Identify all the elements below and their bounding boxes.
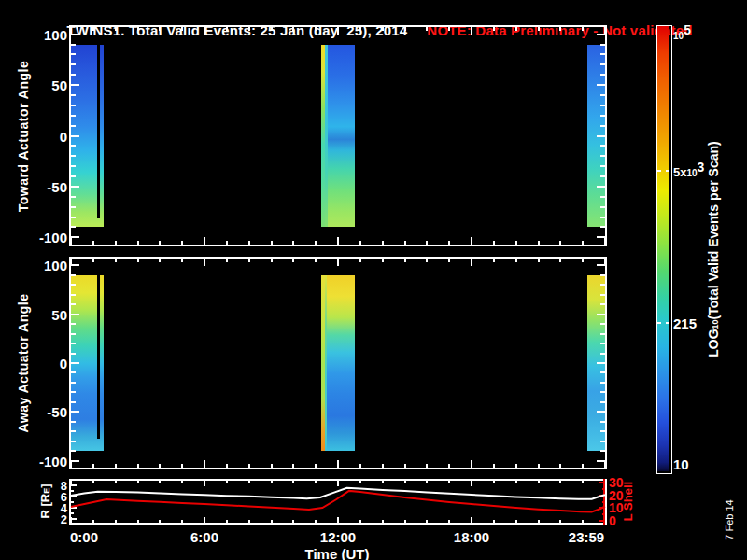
y-tick xyxy=(71,343,76,344)
x-tick xyxy=(337,259,339,266)
y-tick xyxy=(600,217,605,218)
x-tick xyxy=(226,481,228,483)
y-tick xyxy=(600,196,605,198)
colorbar-tick xyxy=(666,322,669,324)
x-tick xyxy=(137,464,139,468)
y-tick xyxy=(600,391,605,393)
x-tick xyxy=(137,481,139,483)
y-tick-label: -100 xyxy=(39,453,67,469)
y-tick xyxy=(600,145,605,147)
x-tick xyxy=(92,259,94,262)
y-tick xyxy=(71,74,76,76)
x-tick xyxy=(559,464,561,468)
y-tick xyxy=(600,165,605,167)
x-tick xyxy=(426,27,428,31)
y-tick-label: 100 xyxy=(44,26,67,42)
x-tick xyxy=(248,259,250,262)
y-tick xyxy=(71,401,76,403)
y-tick xyxy=(600,323,605,325)
y-tick xyxy=(71,441,76,442)
colorbar-tick xyxy=(657,322,661,324)
colorbar-title: LOG10(Total Valid Events per Scan) xyxy=(706,141,721,357)
y-tick xyxy=(71,507,77,509)
x-tick xyxy=(471,27,472,35)
x-tick xyxy=(582,27,584,31)
x-tick xyxy=(448,464,450,468)
y-tick xyxy=(600,226,605,228)
x-tick xyxy=(515,464,517,468)
y-tick xyxy=(71,314,79,315)
y-tick xyxy=(71,186,79,188)
x-tick xyxy=(448,259,450,262)
y-tick xyxy=(600,105,605,106)
x-tick xyxy=(538,464,540,468)
x-tick xyxy=(159,464,161,468)
x-tick xyxy=(538,481,540,483)
x-tick xyxy=(271,520,273,523)
y-tick xyxy=(71,421,76,423)
x-tick xyxy=(271,481,273,483)
y-tick xyxy=(600,44,605,46)
x-tick xyxy=(137,241,139,245)
x-tick xyxy=(115,481,117,483)
y-tick xyxy=(600,53,605,55)
x-tick xyxy=(515,259,517,262)
lshell-tick-label: 0 xyxy=(609,513,616,528)
x-tick xyxy=(204,460,205,468)
colorbar-tick-label: 5x103 xyxy=(673,163,704,179)
x-tick xyxy=(559,241,561,245)
x-tick xyxy=(92,481,94,483)
x-tick xyxy=(448,481,450,483)
y-tick xyxy=(71,206,76,208)
x-tick xyxy=(248,241,250,245)
y-tick xyxy=(600,382,605,384)
x-tick xyxy=(292,259,294,262)
y-tick-label: -100 xyxy=(39,230,67,245)
y-tick xyxy=(600,125,605,127)
y-tick-label: -50 xyxy=(47,178,67,194)
x-tick xyxy=(92,27,94,31)
x-tick xyxy=(159,481,161,483)
y-tick xyxy=(600,450,605,452)
x-tick xyxy=(493,520,495,523)
x-tick xyxy=(559,259,561,262)
y-tick xyxy=(597,236,605,238)
x-tick xyxy=(92,241,94,245)
y-tick xyxy=(71,303,76,305)
y-tick xyxy=(71,236,79,238)
x-tick xyxy=(226,259,228,262)
x-tick-label: 0:00 xyxy=(70,529,98,545)
date-stamp: 7 Feb 14 xyxy=(724,499,735,539)
x-tick xyxy=(515,520,517,523)
x-tick xyxy=(515,241,517,245)
y-tick xyxy=(71,496,77,497)
x-tick xyxy=(582,520,584,523)
y-tick xyxy=(600,333,605,335)
x-tick xyxy=(181,520,183,523)
x-tick-label: 12:00 xyxy=(320,529,356,545)
y-tick xyxy=(71,165,76,167)
x-tick xyxy=(248,464,250,468)
x-tick xyxy=(137,259,139,262)
y-tick xyxy=(71,274,76,276)
x-tick xyxy=(181,259,183,262)
x-tick xyxy=(471,517,472,523)
x-tick xyxy=(315,520,317,523)
x-tick xyxy=(559,481,561,483)
x-tick xyxy=(226,520,228,523)
x-tick xyxy=(92,520,94,523)
y-tick xyxy=(71,94,76,96)
x-tick xyxy=(337,481,339,486)
x-tick xyxy=(271,27,273,31)
x-tick xyxy=(337,517,339,523)
x-tick xyxy=(315,27,317,31)
x-tick xyxy=(359,241,361,245)
x-tick xyxy=(493,464,495,468)
y-axis-label-toward: Toward Actuator Angle xyxy=(16,61,31,212)
x-tick xyxy=(292,464,294,468)
x-tick xyxy=(582,259,584,262)
x-tick xyxy=(382,520,384,523)
x-tick xyxy=(471,237,472,245)
r-tick-label: 2 xyxy=(61,511,67,525)
y-tick xyxy=(597,362,605,364)
